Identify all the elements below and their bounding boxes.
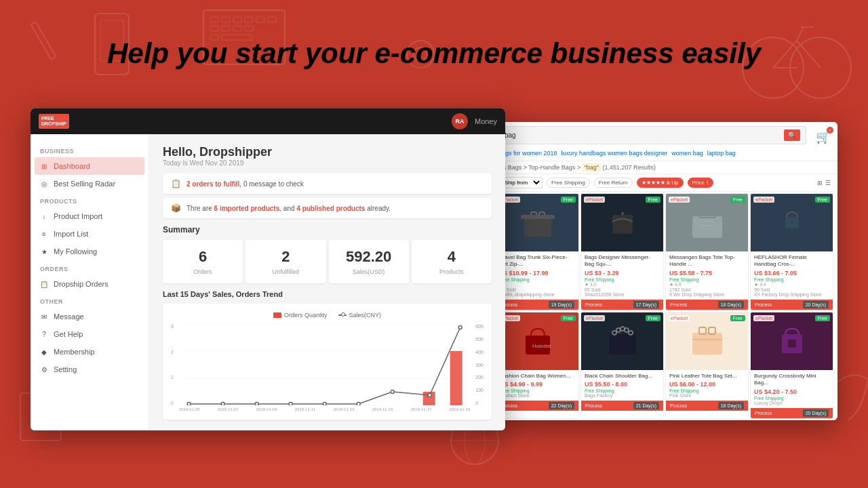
epacket-label-2: ePacket [669, 197, 690, 203]
filter-free-shipping[interactable]: Free Shipping [547, 178, 590, 188]
y-axis-left: 0123 [171, 324, 176, 405]
sidebar-item-best-selling[interactable]: ◎ Best Selling Radar [31, 175, 149, 192]
filter-rating[interactable]: ★★★★★ & Up [637, 178, 684, 188]
product-title-5: Black Chain Shoulder Bag... [585, 373, 660, 380]
legend-sales: Sales(CNY) [338, 312, 382, 319]
svg-point-63 [625, 328, 629, 332]
process-badge-4[interactable]: Process 22 Day(s) [496, 401, 578, 411]
product-card-3[interactable]: ePacket Free HEFLASHOR Female Handbag Cr… [750, 193, 833, 310]
alert-products: 📦 Thre are 6 imported products, and 4 pu… [163, 198, 492, 218]
stat-unfulfilled-value: 2 [251, 248, 320, 266]
product-card-5[interactable]: ePacket Free Black Chain Shoulder Bag...… [580, 312, 664, 419]
search-button[interactable]: 🔍 [784, 129, 800, 141]
dashboard-window: FREE DROPSHIP RA Money BUSINESS ⊞ Dashbo… [31, 108, 505, 430]
svg-rect-50 [692, 216, 722, 238]
process-badge-2[interactable]: Process 18 Day(s) [666, 300, 748, 310]
epacket-label-7: ePacket [753, 315, 774, 321]
page-title: Hello, Dropshipper [163, 145, 492, 159]
svg-rect-48 [612, 215, 633, 234]
process-badge-7[interactable]: Process 20 Day(s) [751, 408, 833, 418]
money-label: Money [475, 117, 497, 125]
product-price-0: JS $10.99 - 17.99 [500, 270, 575, 277]
stat-products-value: 4 [417, 248, 486, 266]
process-badge-1[interactable]: Process 17 Day(s) [581, 300, 663, 310]
product-card-0[interactable]: ePacket Free Travel Bag Trunk Six-Piece-… [496, 193, 579, 310]
product-info-3: HEFLASHOR Female Handbag Cros-... US $3.… [751, 251, 833, 300]
breadcrumb: n's Bags > Top-Handle Bags > "bag" (1,45… [492, 161, 837, 174]
search-highlight: "bag" [583, 163, 601, 171]
sidebar-item-my-following[interactable]: ★ My Following [31, 243, 149, 260]
product-sold-0: 72 Sold [500, 287, 575, 292]
filter-free-return[interactable]: Free Return [594, 178, 633, 188]
product-shipping-5: Free Shipping [585, 388, 660, 393]
process-badge-3[interactable]: Process 20 Day(s) [751, 300, 833, 310]
stat-orders-value: 6 [168, 248, 237, 266]
product-card-4[interactable]: Haloder ePacket Free Fashion Chain Bag W… [496, 312, 579, 419]
product-card-1[interactable]: ePacket Free Bags Designer Messenger-Bag… [580, 193, 664, 310]
free-badge-7: Free [815, 315, 830, 321]
stat-products: 4 Products [412, 240, 492, 283]
product-title-7: Burgundy Crossbody Mini Bag... [754, 373, 829, 387]
orders-icon: 📋 [40, 280, 48, 288]
free-badge-3: Free [815, 197, 830, 203]
sidebar-section-orders: ORDERS [31, 260, 149, 275]
product-shipping-0: Free Shipping [500, 277, 575, 282]
svg-point-41 [391, 390, 394, 394]
chart-svg-wrap: 2019-11-05 2019-11-07 2019-11-09 2019-11… [179, 324, 470, 411]
product-store-0: dGIRL dropshipping Store [500, 292, 575, 297]
product-card-6[interactable]: ePacket Free Pink Leather Tote Bag Set..… [665, 312, 749, 419]
sidebar-item-product-import[interactable]: ↓ Product Import [31, 207, 149, 225]
product-info-6: Pink Leather Tote Bag Set... US $6.00 - … [666, 370, 748, 401]
product-store-6: Pink Store [669, 393, 745, 398]
tag-2[interactable]: women bag [671, 150, 703, 157]
legend-orders: Orders Quantity [273, 312, 328, 319]
sidebar-item-membership[interactable]: ◆ Membership [31, 343, 149, 361]
free-badge-6: Free [730, 315, 745, 321]
shopping-window: bag 🔍 🛒 1 bags for women 2018 luxury han… [492, 122, 837, 420]
svg-point-36 [221, 403, 224, 406]
epacket-label-6: ePacket [669, 315, 690, 321]
product-info-0: Travel Bag Trunk Six-Piece-Set Zip-... J… [496, 251, 578, 300]
tag-1[interactable]: luxury handbags women bags designer [561, 150, 668, 157]
process-badge-0[interactable]: Process 19 Day(s) [496, 300, 578, 310]
epacket-label-3: ePacket [753, 197, 774, 203]
sidebar-item-dropship-orders[interactable]: 📋 Dropship Orders [31, 275, 149, 293]
product-card-7[interactable]: ePacket Free Burgundy Crossbody Mini Bag… [750, 312, 833, 419]
membership-icon: ◆ [40, 348, 48, 356]
product-title-0: Travel Bag Trunk Six-Piece-Set Zip-... [500, 254, 575, 268]
process-badge-6[interactable]: Process 18 Day(s) [666, 401, 748, 411]
stat-products-label: Products [417, 268, 486, 275]
sidebar-item-dashboard[interactable]: ⊞ Dashboard [35, 157, 144, 175]
grid-view-icon[interactable]: ⊞ [817, 180, 823, 186]
list-view-icon[interactable]: ☰ [825, 180, 831, 186]
sidebar-item-get-help[interactable]: ? Get Help [31, 325, 149, 343]
alert-orders: 📋 2 orders to fulfill, 0 message to chec… [163, 174, 492, 194]
app-logo: FREE DROPSHIP [39, 114, 69, 129]
stat-sales-value: 592.20 [334, 248, 403, 266]
stat-orders: 6 Orders [163, 240, 243, 283]
import-icon: ↓ [40, 212, 48, 220]
days-badge-2: 18 Day(s) [718, 301, 744, 308]
filter-price[interactable]: Price ↑ [688, 178, 713, 188]
cart-icon-wrap[interactable]: 🛒 1 [816, 129, 831, 144]
tag-0[interactable]: bags for women 2018 [498, 150, 557, 157]
tag-3[interactable]: laptop bag [707, 150, 736, 157]
product-shipping-1: Free Shipping [585, 277, 660, 282]
product-price-5: US $5.50 - 8.00 [585, 381, 660, 388]
days-badge-1: 17 Day(s) [633, 301, 659, 308]
sidebar-item-setting[interactable]: ⚙ Setting [31, 361, 149, 378]
shop-header: bag 🔍 🛒 1 bags for women 2018 luxury han… [492, 122, 837, 161]
product-grid: ePacket Free Travel Bag Trunk Six-Piece-… [492, 192, 837, 420]
sidebar-item-message[interactable]: ✉ Message [31, 308, 149, 325]
sidebar-item-import-list[interactable]: ≡ Import List [31, 225, 149, 243]
svg-rect-33 [450, 351, 462, 405]
search-bar[interactable]: bag 🔍 [498, 126, 806, 144]
product-title-2: Messangen Bags Tote Top-Handle ... [669, 254, 745, 268]
stat-sales: 592.20 Sales(USD) [329, 240, 409, 283]
product-info-1: Bags Designer Messenger-Bag Squ-... US $… [581, 251, 663, 300]
free-badge-5: Free [646, 315, 660, 321]
product-shipping-3: Free Shipping [754, 277, 829, 282]
product-card-2[interactable]: ePacket Free Messangen Bags Tote Top-Han… [665, 193, 749, 310]
epacket-label-1: ePacket [584, 197, 605, 203]
process-badge-5[interactable]: Process 21 Day(s) [581, 401, 663, 411]
